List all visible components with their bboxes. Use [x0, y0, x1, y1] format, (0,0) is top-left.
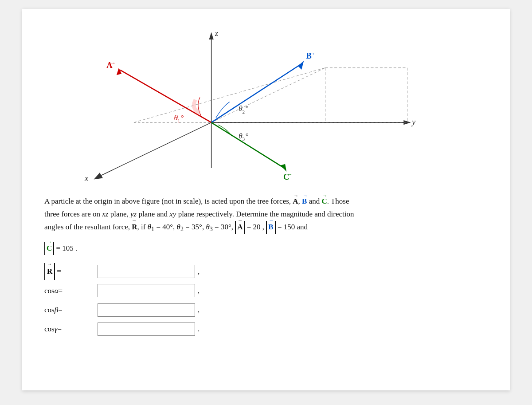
svg-marker-17 — [117, 68, 121, 75]
svg-line-20 — [211, 63, 303, 123]
R-input[interactable] — [98, 265, 195, 278]
R-comma: , — [198, 263, 200, 279]
svg-text:1: 1 — [178, 118, 180, 123]
vec-R-inline: →R — [132, 221, 137, 234]
svg-text:z: z — [215, 29, 218, 38]
and-text: and — [309, 197, 322, 205]
cos-beta-input[interactable] — [98, 303, 195, 317]
cos-beta-label: cos β = — [44, 302, 98, 318]
diagram-container: z y x A → — [44, 22, 488, 186]
cos-gamma-period: . — [198, 321, 200, 337]
svg-line-14 — [134, 68, 325, 122]
problem-line1: A particle at the origin in above figure… — [44, 197, 291, 205]
svg-text:→: → — [110, 60, 116, 66]
svg-text:°: ° — [246, 104, 249, 113]
problem-text: A particle at the origin in above figure… — [44, 195, 488, 234]
svg-text:y: y — [411, 118, 416, 126]
cos-gamma-label: cos γ = — [44, 321, 98, 337]
vec-A: A→ — [293, 197, 298, 205]
cos-gamma-input[interactable] — [98, 322, 195, 336]
cos-alpha-row: cos α = , — [44, 283, 488, 299]
svg-text:°: ° — [181, 113, 184, 122]
cos-alpha-comma: , — [198, 283, 200, 299]
svg-line-16 — [120, 70, 211, 122]
xz-plane: xz — [102, 210, 108, 218]
c-mag-val: = 105 . — [56, 244, 78, 252]
diagram-svg: z y x A → — [44, 22, 488, 186]
svg-text:2: 2 — [243, 109, 245, 114]
svg-line-9 — [211, 68, 325, 122]
svg-marker-21 — [298, 61, 304, 70]
svg-marker-1 — [209, 32, 214, 39]
vec-C: C→ — [322, 197, 327, 205]
R-label: → R = — [44, 263, 98, 279]
svg-text:x: x — [84, 174, 89, 183]
cos-alpha-label: cos α = — [44, 283, 98, 299]
svg-line-6 — [98, 122, 211, 177]
xy-plane: xy — [169, 210, 176, 218]
svg-text:→: → — [287, 171, 292, 177]
svg-text:→: → — [310, 51, 315, 57]
svg-text:°: ° — [246, 131, 249, 140]
R-answer-row: → R = , — [44, 263, 488, 279]
cos-beta-row: cos β = , — [44, 302, 488, 318]
page: z y x A → — [22, 9, 510, 390]
c-magnitude-line: →C = 105 . — [44, 242, 488, 255]
svg-marker-25 — [281, 164, 286, 172]
svg-text:3: 3 — [243, 136, 245, 142]
svg-marker-7 — [94, 173, 103, 179]
answer-section: → R = , cos α = , cos β = , — [44, 263, 488, 338]
R-equals: = — [57, 263, 61, 279]
cos-gamma-row: cos γ = . — [44, 321, 488, 337]
cos-beta-comma: , — [198, 302, 200, 318]
svg-line-24 — [211, 122, 284, 168]
vec-B: B→ — [302, 197, 307, 205]
cos-alpha-input[interactable] — [98, 284, 195, 297]
